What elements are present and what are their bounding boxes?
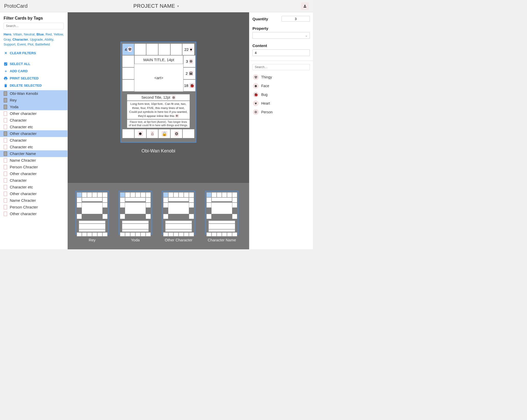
app-header: ProtoCard PROJECT NAME ▼ [0, 0, 313, 12]
gear-icon: ⚙ [174, 131, 179, 136]
property-label: Property [252, 26, 310, 31]
card-thumbnail[interactable]: Other Character [162, 191, 195, 242]
card-top-slot[interactable] [170, 43, 182, 55]
heart-icon: ♥ [190, 47, 192, 52]
tag[interactable]: , [33, 42, 35, 46]
print-selected-button[interactable]: PRINT SELECTED [0, 75, 67, 82]
tag[interactable]: Villain [13, 32, 22, 36]
card-footer-icon[interactable]: ☻ [134, 129, 146, 138]
card-flavor-text[interactable]: Flavor text, at 9pt font (Avenir). Two l… [127, 119, 190, 128]
tag[interactable]: , [11, 32, 13, 36]
card-list-item[interactable]: Rey [0, 97, 67, 104]
tag[interactable]: , [15, 42, 17, 46]
quantity-input[interactable] [282, 16, 310, 22]
card-left-slot[interactable] [122, 67, 134, 79]
add-card-button[interactable]: ＋ ADD CARD [0, 68, 67, 75]
card-right-stat[interactable]: 18 🐞 [183, 79, 196, 92]
tag[interactable]: Character [12, 38, 28, 41]
card-thumbnail-preview [119, 191, 152, 235]
tag[interactable]: , [63, 32, 64, 36]
tag-search-input[interactable] [4, 23, 64, 29]
card-list-item-label: Character [10, 178, 27, 182]
card-list-item[interactable]: Other character [0, 170, 67, 177]
card-list-item[interactable]: Obi-Wan Kenobi [0, 90, 67, 97]
person-icon: ✲ [189, 59, 193, 64]
card-list-item-label: Person Chracter [10, 205, 38, 209]
tag[interactable]: Ability [45, 38, 53, 41]
symbol-search-input[interactable] [252, 64, 310, 70]
card-footer-slot[interactable] [182, 129, 195, 138]
account-button[interactable] [301, 2, 309, 10]
card-list-item[interactable]: Person Chracter [0, 204, 67, 211]
card-list-item[interactable]: Other character [0, 211, 67, 217]
card-list-item[interactable]: Character [0, 117, 67, 124]
card-right-stat[interactable]: 2 🏛 [183, 67, 196, 79]
card-list-item[interactable]: Character [0, 137, 67, 144]
card-top-slot[interactable] [146, 43, 158, 55]
card-stat-health[interactable]: 22 ♥ [182, 43, 195, 55]
home-icon: ⌂ [151, 131, 154, 136]
card-list-item[interactable]: Other character [0, 190, 67, 197]
tag[interactable]: , [52, 32, 54, 36]
project-name-dropdown[interactable]: PROJECT NAME ▼ [133, 3, 180, 9]
tag[interactable]: Yellow [54, 32, 63, 36]
card-right-stat[interactable]: 3 ✲ [183, 55, 196, 67]
card-top-slot[interactable] [158, 43, 170, 55]
symbol-item[interactable]: ✲Person [252, 108, 310, 116]
card-art-area[interactable]: <art> [134, 64, 183, 92]
card-thumbnail[interactable]: Yoda [119, 191, 152, 242]
select-all-button[interactable]: SELECT ALL [0, 60, 67, 68]
tag[interactable]: Upgrade [30, 38, 43, 41]
close-icon: ✕ [4, 51, 8, 55]
card-body-text[interactable]: Long form text, 10pt font.. Can fit one,… [127, 101, 190, 119]
property-select[interactable]: ⌄ [252, 32, 310, 39]
eye-icon: 👁 [175, 114, 179, 118]
card-thumbnail[interactable]: Character Name [205, 191, 239, 242]
clear-filters-button[interactable]: ✕ CLEAR FILTERS [0, 50, 67, 57]
card-top-slot[interactable] [134, 43, 146, 55]
card-list-item[interactable]: Character [0, 177, 67, 184]
heart-icon: ♥ [253, 101, 259, 106]
card-second-title[interactable]: Second Title, 12pt ⊕ [127, 94, 190, 101]
card-list-item[interactable]: Person Chracter [0, 164, 67, 170]
card-main-title[interactable]: MAIN TITLE, 14pt [134, 55, 183, 64]
tag[interactable]: Battlefield [35, 42, 50, 46]
tag[interactable]: Blue [37, 32, 44, 36]
tag[interactable]: Hero [4, 32, 11, 36]
card-list-item[interactable]: Other character [0, 110, 67, 117]
card-list-item[interactable]: Character etc [0, 184, 67, 190]
content-input[interactable] [252, 49, 310, 56]
tag[interactable]: Neutral [24, 32, 35, 36]
card-thumbnail[interactable]: Rey [75, 191, 109, 242]
symbol-item[interactable]: ☻Face [252, 81, 310, 90]
tag[interactable]: Gray [4, 38, 11, 41]
tag[interactable]: , [22, 32, 24, 36]
delete-selected-button[interactable]: DELETE SELECTED [0, 82, 67, 89]
card-list-item[interactable]: Yoda [0, 104, 67, 110]
tag[interactable]: , [34, 32, 36, 36]
card-list-item[interactable]: Character etc [0, 144, 67, 150]
card-footer-icon[interactable]: 🔒 [158, 129, 170, 138]
tag[interactable]: Support [4, 42, 15, 46]
tag[interactable]: , [53, 38, 54, 41]
card-left-slot[interactable] [122, 55, 134, 67]
card-stat-cost[interactable]: 4 ☢ [122, 43, 134, 55]
card-list-item[interactable]: Name Chracter [0, 197, 67, 204]
tag[interactable]: Event [17, 42, 26, 46]
card-list-item[interactable]: Other character [0, 130, 67, 137]
card-list-item[interactable]: Charcter Name [0, 150, 67, 157]
card-preview[interactable]: 4 ☢ 22 ♥ [120, 42, 196, 143]
card-list-item[interactable]: Name Chracter [0, 157, 67, 164]
card-footer-icon[interactable]: ⌂ [146, 129, 159, 138]
symbol-item[interactable]: 🐞Bug [252, 90, 310, 99]
symbol-item[interactable]: ♥Heart [252, 99, 310, 108]
card-left-slot[interactable] [122, 79, 134, 92]
tag[interactable]: Plot [28, 42, 33, 46]
card-chip-icon [4, 131, 7, 136]
card-footer-icon[interactable]: ⚙ [170, 129, 182, 138]
card-list-item[interactable]: Character etc [0, 124, 67, 130]
tag-list[interactable]: Hero, Villain, Neutral, Blue, Red, Yello… [4, 32, 64, 47]
tag[interactable]: Red [46, 32, 52, 36]
card-footer-slot[interactable] [122, 129, 134, 138]
symbol-item[interactable]: ☢Thingy [252, 73, 310, 81]
